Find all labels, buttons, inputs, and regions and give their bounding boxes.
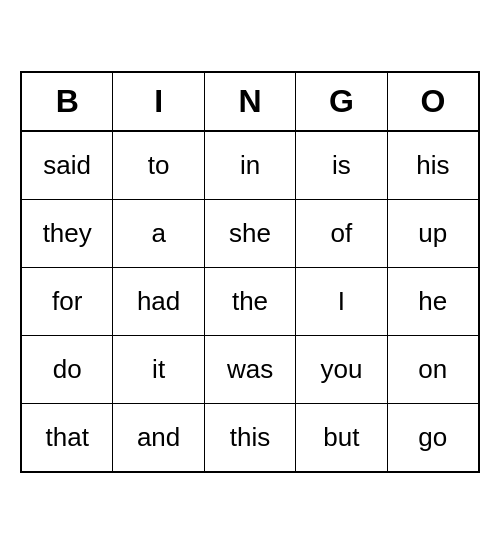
bingo-header: BINGO: [22, 73, 478, 132]
bingo-cell: they: [22, 200, 113, 267]
bingo-cell: up: [388, 200, 478, 267]
bingo-cell: do: [22, 336, 113, 403]
bingo-row: doitwasyouon: [22, 336, 478, 404]
bingo-cell: was: [205, 336, 296, 403]
header-cell: I: [113, 73, 204, 130]
bingo-cell: to: [113, 132, 204, 199]
bingo-body: saidtoinishistheyasheofupforhadtheIhedoi…: [22, 132, 478, 471]
bingo-cell: in: [205, 132, 296, 199]
bingo-cell: for: [22, 268, 113, 335]
bingo-cell: that: [22, 404, 113, 471]
bingo-cell: this: [205, 404, 296, 471]
bingo-cell: the: [205, 268, 296, 335]
header-cell: B: [22, 73, 113, 130]
bingo-cell: his: [388, 132, 478, 199]
bingo-cell: on: [388, 336, 478, 403]
bingo-cell: but: [296, 404, 387, 471]
bingo-cell: go: [388, 404, 478, 471]
bingo-cell: she: [205, 200, 296, 267]
bingo-card: BINGO saidtoinishistheyasheofupforhadthe…: [20, 71, 480, 473]
bingo-cell: it: [113, 336, 204, 403]
bingo-row: forhadtheIhe: [22, 268, 478, 336]
header-cell: G: [296, 73, 387, 130]
bingo-cell: he: [388, 268, 478, 335]
bingo-cell: I: [296, 268, 387, 335]
header-cell: N: [205, 73, 296, 130]
header-cell: O: [388, 73, 478, 130]
bingo-row: thatandthisbutgo: [22, 404, 478, 471]
bingo-cell: a: [113, 200, 204, 267]
bingo-cell: is: [296, 132, 387, 199]
bingo-cell: and: [113, 404, 204, 471]
bingo-row: theyasheofup: [22, 200, 478, 268]
bingo-cell: said: [22, 132, 113, 199]
bingo-row: saidtoinishis: [22, 132, 478, 200]
bingo-cell: of: [296, 200, 387, 267]
bingo-cell: had: [113, 268, 204, 335]
bingo-cell: you: [296, 336, 387, 403]
